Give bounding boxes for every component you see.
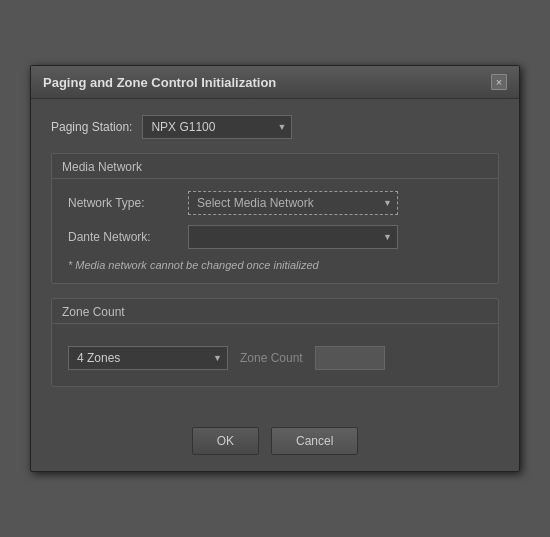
paging-station-label: Paging Station: (51, 120, 132, 134)
dialog-window: Paging and Zone Control Initialization ×… (30, 65, 520, 472)
zone-count-input[interactable] (315, 346, 385, 370)
zone-count-content: 4 Zones 8 Zones 16 Zones Zone Count (52, 324, 498, 386)
dialog-footer: OK Cancel (31, 417, 519, 471)
dante-network-select-wrapper[interactable] (188, 225, 398, 249)
title-bar: Paging and Zone Control Initialization × (31, 66, 519, 99)
zone-count-title: Zone Count (52, 299, 498, 324)
dialog-title: Paging and Zone Control Initialization (43, 75, 276, 90)
dante-network-select[interactable] (188, 225, 398, 249)
dante-network-row: Dante Network: (68, 225, 482, 249)
network-type-row: Network Type: Select Media Network (68, 191, 482, 215)
ok-button[interactable]: OK (192, 427, 259, 455)
media-network-section: Media Network Network Type: Select Media… (51, 153, 499, 284)
zone-count-label: Zone Count (240, 351, 303, 365)
close-button[interactable]: × (491, 74, 507, 90)
paging-station-select[interactable]: NPX G1100 (142, 115, 292, 139)
dante-network-label: Dante Network: (68, 230, 188, 244)
paging-station-row: Paging Station: NPX G1100 (51, 115, 499, 139)
zone-count-row: 4 Zones 8 Zones 16 Zones Zone Count (68, 336, 482, 374)
paging-station-select-wrapper[interactable]: NPX G1100 (142, 115, 292, 139)
media-network-content: Network Type: Select Media Network Dante… (52, 179, 498, 283)
zones-select-wrapper[interactable]: 4 Zones 8 Zones 16 Zones (68, 346, 228, 370)
network-type-select-wrapper[interactable]: Select Media Network (188, 191, 398, 215)
zone-count-section: Zone Count 4 Zones 8 Zones 16 Zones Zone… (51, 298, 499, 387)
cancel-button[interactable]: Cancel (271, 427, 358, 455)
dialog-body: Paging Station: NPX G1100 Media Network … (31, 99, 519, 417)
media-network-title: Media Network (52, 154, 498, 179)
media-network-note: * Media network cannot be changed once i… (68, 259, 482, 271)
network-type-select[interactable]: Select Media Network (188, 191, 398, 215)
network-type-label: Network Type: (68, 196, 188, 210)
zones-select[interactable]: 4 Zones 8 Zones 16 Zones (68, 346, 228, 370)
